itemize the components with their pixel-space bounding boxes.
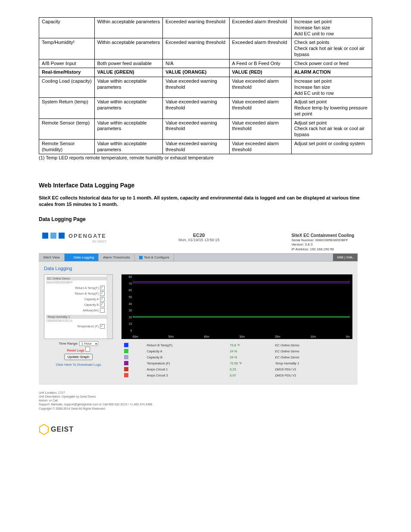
table-cell: A/B Power Input [39, 59, 95, 68]
legend-row: Amps Circuit 10.23DM16 PDU V1 [122, 367, 352, 372]
checkbox-icon[interactable] [100, 324, 105, 329]
subsection-heading: Data Logging Page [39, 216, 372, 222]
table-cell: Value exceeded warning threshold [163, 139, 229, 154]
table-cell: VALUE (RED) [229, 68, 291, 77]
table-cell: Increase set point Increase fan size Add… [291, 77, 372, 98]
chart: 80706050403020100 60m50m40m30m20m10m0m [121, 274, 352, 339]
table-cell: Value exceeded alarm threshold [229, 118, 291, 139]
table-footnote: (1) Temp LED reports remote temperature,… [39, 155, 372, 160]
table-cell: System Return (temp) [39, 98, 95, 118]
geist-logo: GEIST [39, 423, 372, 436]
table-cell: Check set points Check rack hot air leak… [291, 38, 372, 59]
series-option[interactable]: Return B Temp(F) [46, 291, 111, 296]
table-cell: VALUE (GREEN) [94, 68, 163, 77]
table-cell: Exceeded alarm threshold [229, 18, 291, 38]
table-cell: Value within acceptable parameters [94, 98, 163, 118]
table-cell: Within acceptable parameters [94, 38, 163, 59]
reset-checkbox[interactable] [85, 347, 90, 352]
webui-screenshot: OPENGATE BY GEIST EC20 Mon, 01/19/15 13:… [39, 230, 358, 411]
opengate-logo: OPENGATE BY GEIST [42, 233, 106, 243]
table-cell: Capacity [39, 18, 95, 38]
table-cell: A Feed or B Feed Only [229, 59, 291, 68]
section-heading: Web Interface Data Logging Page [39, 182, 372, 189]
device-time: Mon, 01/19/15 13:56:15 [106, 238, 291, 242]
legend-row: Amps Circuit 30.07DM16 PDU V1 [122, 373, 352, 378]
table-cell: Adjust set point or cooling system [291, 139, 372, 154]
tab-sitex-view[interactable]: SiteX View [39, 254, 65, 261]
series-option[interactable]: Return A Temp(F) [46, 285, 111, 291]
table-cell: Value exceeded alarm threshold [229, 139, 291, 154]
checkbox-icon[interactable] [100, 308, 105, 313]
series-option[interactable]: Capacity B [46, 302, 111, 308]
table-cell: Value within acceptable parameters [94, 77, 163, 98]
nav-tabs: SiteX View Data Logging Alarm Thresholds… [39, 253, 358, 261]
update-graph-button[interactable]: Update Graph [64, 354, 93, 360]
time-range-row[interactable]: Time Range: 1 Hour ▾ [44, 342, 113, 345]
download-logs-link[interactable]: Click Here To Download Logs [44, 363, 113, 367]
table-cell: ALARM ACTION [291, 68, 372, 77]
series-listbox[interactable]: EC Online Demo 00001985E06DDBFF Return A… [44, 274, 113, 339]
table-cell: Value within acceptable parameters [94, 139, 163, 154]
checkbox-icon[interactable] [100, 302, 105, 307]
table-cell: Remote Sensor (humidity) [39, 139, 95, 154]
legend-row: Temperature (F)72.50 °FTemp Humidity 1 [122, 361, 352, 366]
nav-right-links[interactable]: MIB | XML [333, 254, 358, 261]
scrollbar[interactable] [107, 275, 112, 339]
device-title: EC20 [106, 233, 291, 238]
tab-data-logging[interactable]: Data Logging [65, 254, 99, 261]
checkbox-icon[interactable] [100, 286, 105, 290]
series-option[interactable]: Temperature (F) [46, 324, 111, 329]
table-cell: Value exceeded alarm threshold [229, 98, 291, 118]
legend-row: Capacity B24 %EC Online Demo [122, 355, 352, 360]
table-cell: Exceeded alarm threshold [229, 38, 291, 59]
reset-logs-link[interactable]: Reset Logs [67, 348, 84, 352]
table-cell: Value exceeded warning threshold [163, 98, 229, 118]
table-cell: Adjust set point Reduce temp by lowering… [291, 98, 372, 118]
page-title: Data Logging [44, 266, 352, 271]
table-cell: Check power cord or feed [291, 59, 372, 68]
table-cell: Both power feed available [94, 59, 163, 68]
checkbox-icon[interactable] [100, 291, 105, 296]
table-cell: Value exceeded alarm threshold [229, 77, 291, 98]
device-info: SiteX EC Containment Cooling Serial Numb… [291, 233, 354, 252]
table-cell: Real-time/History [39, 68, 95, 77]
legend-row: Return B Temp(F)73.8 °FEC Online Demo [122, 342, 352, 348]
table-cell: Value exceeded warning threshold [163, 118, 229, 139]
series-option[interactable]: Airflow(cfm) [46, 308, 111, 313]
table-cell: Value exceeded warning threshold [163, 77, 229, 98]
page-footer: Unit Location: 1717 Unit Description: Op… [39, 391, 358, 410]
table-cell: VALUE (ORANGE) [163, 68, 229, 77]
table-cell: N/A [163, 59, 229, 68]
table-cell: Remote Sensor (temp) [39, 118, 95, 139]
table-cell: Exceeded warning threshold [163, 18, 229, 38]
legend-row: Capacity A24 %EC Online Demo [122, 348, 352, 354]
tab-test-configure[interactable]: Test & Configure [135, 254, 174, 261]
table-cell: Cooling Load (capacity) [39, 77, 95, 98]
checkbox-icon[interactable] [100, 297, 105, 302]
table-cell: Within acceptable parameters [94, 18, 163, 38]
table-cell: Temp/Humidity¹ [39, 38, 95, 59]
tab-alarm-thresholds[interactable]: Alarm Thresholds [99, 254, 135, 261]
alarm-table: CapacityWithin acceptable parametersExce… [39, 17, 372, 154]
table-cell: Exceeded warning threshold [163, 38, 229, 59]
legend-table: Return B Temp(F)73.8 °FEC Online DemoCap… [121, 342, 352, 379]
series-option[interactable]: Capacity A [46, 296, 111, 302]
table-cell: Increase set point Increase fan size Add… [291, 18, 372, 38]
table-cell: Adjust set point Check rack hot air leak… [291, 118, 372, 139]
section-intro: SiteX EC collects historical data for up… [39, 195, 372, 208]
table-cell: Value within acceptable parameters [94, 118, 163, 139]
